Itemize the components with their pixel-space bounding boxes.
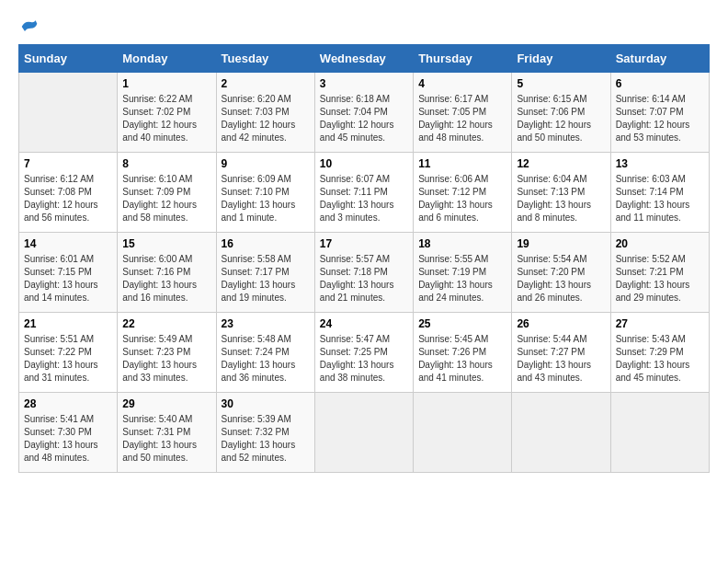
day-info: Sunrise: 6:00 AMSunset: 7:16 PMDaylight:…	[122, 253, 210, 304]
calendar-cell: 12Sunrise: 6:04 AMSunset: 7:13 PMDayligh…	[512, 152, 610, 232]
day-info: Sunrise: 6:09 AMSunset: 7:10 PMDaylight:…	[222, 173, 310, 224]
calendar-cell: 21Sunrise: 5:51 AMSunset: 7:22 PMDayligh…	[19, 312, 118, 392]
calendar-cell: 4Sunrise: 6:17 AMSunset: 7:05 PMDaylight…	[414, 72, 512, 152]
day-number: 2	[222, 77, 310, 90]
day-info: Sunrise: 6:03 AMSunset: 7:14 PMDaylight:…	[616, 173, 704, 224]
day-header-wednesday: Wednesday	[314, 44, 413, 72]
day-number: 14	[24, 237, 112, 250]
day-number: 29	[122, 397, 210, 410]
day-number: 28	[24, 397, 112, 410]
calendar-cell: 7Sunrise: 6:12 AMSunset: 7:08 PMDaylight…	[19, 152, 118, 232]
day-info: Sunrise: 5:48 AMSunset: 7:24 PMDaylight:…	[222, 333, 310, 385]
day-info: Sunrise: 6:17 AMSunset: 7:05 PMDaylight:…	[418, 93, 506, 144]
day-header-saturday: Saturday	[610, 44, 709, 72]
calendar-cell: 23Sunrise: 5:48 AMSunset: 7:24 PMDayligh…	[216, 312, 314, 392]
day-header-sunday: Sunday	[19, 44, 118, 72]
day-info: Sunrise: 5:43 AMSunset: 7:29 PMDaylight:…	[616, 333, 704, 385]
calendar-cell: 9Sunrise: 6:09 AMSunset: 7:10 PMDaylight…	[216, 152, 314, 232]
calendar-cell: 13Sunrise: 6:03 AMSunset: 7:14 PMDayligh…	[610, 152, 709, 232]
day-info: Sunrise: 6:22 AMSunset: 7:02 PMDaylight:…	[122, 93, 210, 144]
calendar-cell: 5Sunrise: 6:15 AMSunset: 7:06 PMDaylight…	[512, 72, 610, 152]
calendar-cell: 20Sunrise: 5:52 AMSunset: 7:21 PMDayligh…	[610, 232, 709, 312]
day-number: 22	[122, 317, 210, 330]
day-number: 13	[616, 157, 704, 170]
calendar-cell: 11Sunrise: 6:06 AMSunset: 7:12 PMDayligh…	[414, 152, 512, 232]
calendar-cell: 27Sunrise: 5:43 AMSunset: 7:29 PMDayligh…	[610, 312, 709, 392]
day-number: 24	[320, 317, 408, 330]
day-info: Sunrise: 6:12 AMSunset: 7:08 PMDaylight:…	[24, 173, 112, 224]
calendar-cell: 14Sunrise: 6:01 AMSunset: 7:15 PMDayligh…	[19, 232, 118, 312]
day-info: Sunrise: 6:14 AMSunset: 7:07 PMDaylight:…	[616, 93, 704, 144]
day-header-friday: Friday	[512, 44, 610, 72]
day-info: Sunrise: 5:54 AMSunset: 7:20 PMDaylight:…	[517, 253, 605, 304]
calendar-cell	[314, 392, 413, 472]
day-number: 1	[122, 77, 210, 90]
calendar-cell: 10Sunrise: 6:07 AMSunset: 7:11 PMDayligh…	[314, 152, 413, 232]
calendar-cell: 26Sunrise: 5:44 AMSunset: 7:27 PMDayligh…	[512, 312, 610, 392]
calendar-cell: 18Sunrise: 5:55 AMSunset: 7:19 PMDayligh…	[414, 232, 512, 312]
day-info: Sunrise: 5:51 AMSunset: 7:22 PMDaylight:…	[24, 333, 112, 385]
calendar-week-3: 14Sunrise: 6:01 AMSunset: 7:15 PMDayligh…	[19, 232, 710, 312]
calendar-header-row: SundayMondayTuesdayWednesdayThursdayFrid…	[19, 44, 710, 72]
day-number: 16	[222, 237, 310, 250]
calendar-cell: 16Sunrise: 5:58 AMSunset: 7:17 PMDayligh…	[216, 232, 314, 312]
day-number: 17	[320, 237, 408, 250]
day-info: Sunrise: 5:49 AMSunset: 7:23 PMDaylight:…	[122, 333, 210, 385]
calendar-cell: 15Sunrise: 6:00 AMSunset: 7:16 PMDayligh…	[118, 232, 216, 312]
day-number: 30	[222, 397, 310, 410]
day-number: 27	[616, 317, 704, 330]
day-number: 3	[320, 77, 408, 90]
day-number: 26	[517, 317, 605, 330]
day-info: Sunrise: 5:47 AMSunset: 7:25 PMDaylight:…	[320, 333, 408, 385]
day-info: Sunrise: 6:04 AMSunset: 7:13 PMDaylight:…	[517, 173, 605, 224]
day-info: Sunrise: 5:55 AMSunset: 7:19 PMDaylight:…	[418, 253, 506, 304]
day-number: 12	[517, 157, 605, 170]
calendar-week-2: 7Sunrise: 6:12 AMSunset: 7:08 PMDaylight…	[19, 152, 710, 232]
calendar-week-1: 1Sunrise: 6:22 AMSunset: 7:02 PMDaylight…	[19, 72, 710, 152]
day-info: Sunrise: 5:44 AMSunset: 7:27 PMDaylight:…	[517, 333, 605, 385]
day-number: 11	[418, 157, 506, 170]
day-header-thursday: Thursday	[414, 44, 512, 72]
calendar-cell: 2Sunrise: 6:20 AMSunset: 7:03 PMDaylight…	[216, 72, 314, 152]
day-header-monday: Monday	[118, 44, 216, 72]
day-info: Sunrise: 5:58 AMSunset: 7:17 PMDaylight:…	[222, 253, 310, 304]
calendar-cell: 19Sunrise: 5:54 AMSunset: 7:20 PMDayligh…	[512, 232, 610, 312]
day-info: Sunrise: 6:15 AMSunset: 7:06 PMDaylight:…	[517, 93, 605, 144]
day-number: 8	[122, 157, 210, 170]
calendar-cell: 6Sunrise: 6:14 AMSunset: 7:07 PMDaylight…	[610, 72, 709, 152]
day-info: Sunrise: 5:39 AMSunset: 7:32 PMDaylight:…	[222, 413, 310, 465]
day-info: Sunrise: 6:07 AMSunset: 7:11 PMDaylight:…	[320, 173, 408, 224]
day-number: 15	[122, 237, 210, 250]
calendar-cell: 8Sunrise: 6:10 AMSunset: 7:09 PMDaylight…	[118, 152, 216, 232]
calendar-table: SundayMondayTuesdayWednesdayThursdayFrid…	[18, 44, 710, 473]
day-number: 18	[418, 237, 506, 250]
day-number: 4	[418, 77, 506, 90]
day-info: Sunrise: 6:20 AMSunset: 7:03 PMDaylight:…	[222, 93, 310, 144]
calendar-week-5: 28Sunrise: 5:41 AMSunset: 7:30 PMDayligh…	[19, 392, 710, 472]
day-info: Sunrise: 5:57 AMSunset: 7:18 PMDaylight:…	[320, 253, 408, 304]
calendar-cell: 28Sunrise: 5:41 AMSunset: 7:30 PMDayligh…	[19, 392, 118, 472]
day-number: 25	[418, 317, 506, 330]
day-number: 10	[320, 157, 408, 170]
calendar-week-4: 21Sunrise: 5:51 AMSunset: 7:22 PMDayligh…	[19, 312, 710, 392]
calendar-cell: 1Sunrise: 6:22 AMSunset: 7:02 PMDaylight…	[118, 72, 216, 152]
calendar-cell	[19, 72, 118, 152]
day-info: Sunrise: 6:18 AMSunset: 7:04 PMDaylight:…	[320, 93, 408, 144]
logo-text	[18, 18, 39, 37]
calendar-cell	[414, 392, 512, 472]
calendar-cell: 30Sunrise: 5:39 AMSunset: 7:32 PMDayligh…	[216, 392, 314, 472]
calendar-cell: 29Sunrise: 5:40 AMSunset: 7:31 PMDayligh…	[118, 392, 216, 472]
day-header-tuesday: Tuesday	[216, 44, 314, 72]
day-number: 9	[222, 157, 310, 170]
calendar-cell: 17Sunrise: 5:57 AMSunset: 7:18 PMDayligh…	[314, 232, 413, 312]
calendar-cell: 22Sunrise: 5:49 AMSunset: 7:23 PMDayligh…	[118, 312, 216, 392]
day-number: 5	[517, 77, 605, 90]
calendar-cell: 3Sunrise: 6:18 AMSunset: 7:04 PMDaylight…	[314, 72, 413, 152]
day-number: 20	[616, 237, 704, 250]
day-info: Sunrise: 6:10 AMSunset: 7:09 PMDaylight:…	[122, 173, 210, 224]
page-header	[18, 18, 710, 35]
calendar-cell	[512, 392, 610, 472]
calendar-cell	[610, 392, 709, 472]
day-info: Sunrise: 6:06 AMSunset: 7:12 PMDaylight:…	[418, 173, 506, 224]
day-number: 21	[24, 317, 112, 330]
